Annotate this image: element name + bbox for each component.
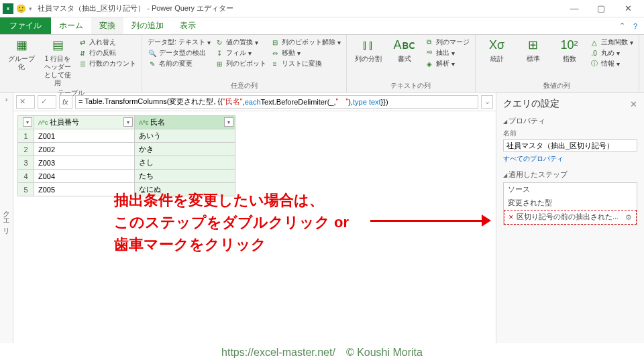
row-num[interactable]: 1 (18, 129, 34, 143)
rename-button[interactable]: ✎名前の変更 (148, 59, 211, 68)
cell[interactable]: Z003 (34, 156, 135, 170)
gear-icon[interactable]: ⚙ (625, 213, 632, 222)
format-button[interactable]: Aʙᴄ書式 (388, 38, 421, 63)
query-name-input[interactable] (503, 139, 637, 152)
merge-columns-button[interactable]: ⧉列のマージ (425, 38, 470, 47)
cell[interactable]: かき (135, 143, 235, 156)
menubar: ファイル ホーム 変換 列の追加 表示 ⌃? (0, 17, 644, 35)
tab-view[interactable]: 表示 (172, 17, 204, 34)
properties-header[interactable]: プロパティ (503, 117, 637, 126)
cell[interactable]: Z001 (34, 129, 135, 143)
table-corner[interactable]: ▦▾ (18, 116, 34, 129)
window-title: 社員マスタ（抽出_区切り記号） - Power Query エディター (38, 3, 233, 13)
minimize-button[interactable]: — (561, 1, 588, 17)
fill-button[interactable]: ↧フィル ▾ (215, 48, 266, 58)
standard-button[interactable]: ⊞標準 (517, 38, 549, 63)
col-header-name[interactable]: Aᴮc氏名▾ (135, 116, 235, 129)
row-num[interactable]: 5 (18, 183, 34, 196)
parse-button[interactable]: ◈解析 ▾ (425, 59, 470, 68)
cell[interactable]: たち (135, 170, 235, 183)
footer: https://excel-master.net/ © Koushi Morit… (0, 343, 644, 362)
move-button[interactable]: ⇔移動 ▾ (270, 48, 341, 58)
queries-sidebar[interactable]: › クエリ (0, 93, 13, 343)
formula-bar: ✕ ✓ fx = Table.TransformColumns(変更された型, … (13, 93, 496, 111)
unpivot-button[interactable]: ⊟列のピボット解除 ▾ (270, 38, 341, 47)
titlebar: x 🙂 ▾ 社員マスタ（抽出_区切り記号） - Power Query エディタ… (0, 0, 644, 17)
cell[interactable]: あいう (135, 129, 235, 143)
reverse-icon: ⇵ (78, 48, 87, 58)
sidebar-expand-icon[interactable]: › (5, 95, 8, 103)
app-icons: x 🙂 ▾ (3, 3, 32, 14)
commit-formula-button[interactable]: ✓ (38, 95, 56, 109)
step-source[interactable]: ソース (504, 183, 637, 196)
filter-icon: ▾ (123, 117, 133, 127)
ribbon: ▦グループ化 ▤1 行目をヘッダーとして使用 ⇄入れ替え ⇵行の反転 ☰行数のカ… (0, 35, 644, 93)
formula-dropdown-icon[interactable]: ⌄ (481, 95, 493, 109)
group-anycol-label: 任意の列 (148, 80, 341, 90)
data-grid: ▦▾ Aᴮc社員番号▾ Aᴮc氏名▾ 1Z001あいう 2Z002かき 3Z00… (13, 111, 496, 200)
query-settings-pane: クエリの設定✕ プロパティ 名前 すべてのプロパティ 適用したステップ ソース … (496, 93, 644, 343)
group-numcol-label: 数値の列 (481, 80, 633, 90)
tab-transform[interactable]: 変換 (91, 17, 123, 34)
all-properties-link[interactable]: すべてのプロパティ (503, 154, 637, 164)
annotation-arrow (370, 213, 491, 227)
excel-icon: x (3, 3, 13, 14)
group-textcol-label: テキストの列 (352, 80, 470, 90)
transpose-button[interactable]: ⇄入れ替え (78, 38, 136, 47)
format-icon: Aʙᴄ (394, 38, 415, 54)
cell[interactable]: Z005 (34, 183, 135, 196)
help-icon[interactable]: ? (633, 22, 637, 30)
datatype-button[interactable]: データ型: テキスト ▾ (148, 38, 211, 47)
close-button[interactable]: ✕ (614, 1, 641, 17)
delete-step-icon[interactable]: ✕ (508, 214, 514, 221)
applied-steps-header[interactable]: 適用したステップ (503, 170, 637, 180)
info-button[interactable]: ⓘ情報 ▾ (590, 59, 633, 68)
formula-input[interactable]: = Table.TransformColumns(変更された型, {{"氏名",… (75, 95, 478, 109)
pivot-button[interactable]: ⊞列のピボット (215, 59, 266, 68)
qa-dropdown-icon[interactable]: ▾ (29, 5, 32, 12)
use-first-row-header-button[interactable]: ▤1 行目をヘッダーとして使用 (42, 38, 74, 87)
step-changed-type[interactable]: 変更された型 (504, 196, 637, 210)
trig-button[interactable]: △三角関数 ▾ (590, 38, 633, 47)
cell[interactable]: Z002 (34, 143, 135, 156)
exponent-button[interactable]: 10²指数 (553, 38, 586, 63)
tab-file[interactable]: ファイル (0, 17, 51, 34)
settings-title: クエリの設定 (503, 98, 559, 110)
name-label: 名前 (503, 129, 637, 138)
header-icon: ▤ (47, 38, 68, 54)
cell[interactable]: さし (135, 156, 235, 170)
footer-copyright: © Koushi Morita (346, 347, 423, 359)
close-pane-icon[interactable]: ✕ (630, 99, 637, 109)
row-num[interactable]: 2 (18, 143, 34, 156)
to-list-button[interactable]: ≡リストに変換 (270, 59, 341, 68)
cancel-formula-button[interactable]: ✕ (16, 95, 35, 109)
groupby-button[interactable]: ▦グループ化 (5, 38, 38, 71)
fx-icon: fx (59, 95, 72, 109)
table-menu-icon: ▾ (23, 117, 32, 127)
maximize-button[interactable]: ▢ (588, 1, 614, 17)
ribbon-collapse-icon[interactable]: ⌃ (619, 21, 625, 30)
tab-home[interactable]: ホーム (51, 17, 91, 34)
row-num[interactable]: 4 (18, 170, 34, 183)
statistics-button[interactable]: Χσ統計 (481, 38, 513, 63)
rounding-button[interactable]: .0丸め ▾ (590, 48, 633, 58)
split-column-button[interactable]: ⫿⫿列の分割 (352, 38, 384, 63)
filter-icon: ▾ (224, 117, 233, 127)
footer-url: https://excel-master.net/ (221, 347, 335, 359)
reverse-rows-button[interactable]: ⇵行の反転 (78, 48, 136, 58)
cell[interactable]: Z004 (34, 170, 135, 183)
step-extract-before-delimiter[interactable]: ✕区切り記号の前の抽出された...⚙ (504, 210, 637, 225)
detect-datatype-button[interactable]: 🔍データ型の検出 (148, 48, 211, 58)
count-icon: ☰ (78, 59, 87, 68)
split-icon: ⫿⫿ (358, 38, 379, 54)
col-header-id[interactable]: Aᴮc社員番号▾ (34, 116, 135, 129)
count-rows-button[interactable]: ☰行数のカウント (78, 59, 136, 68)
extract-button[interactable]: ᴬᴮ抽出 ▾ (425, 48, 470, 58)
smiley-icon: 🙂 (16, 4, 26, 13)
row-num[interactable]: 3 (18, 156, 34, 170)
cell[interactable]: なにぬ (135, 183, 235, 196)
tab-addcolumn[interactable]: 列の追加 (123, 17, 172, 34)
replace-values-button[interactable]: ↻値の置換 ▾ (215, 38, 266, 47)
transpose-icon: ⇄ (78, 38, 87, 47)
sidebar-label: クエリ (1, 205, 11, 231)
